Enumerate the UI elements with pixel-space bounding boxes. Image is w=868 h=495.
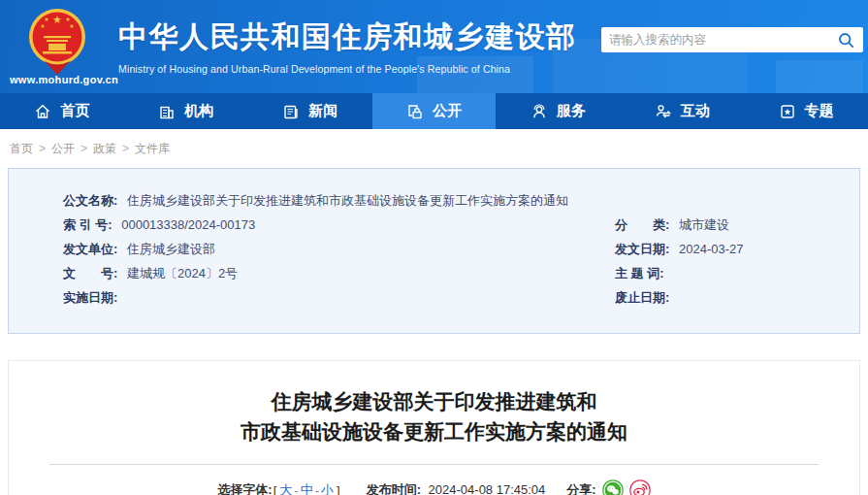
article-title-line1: 住房城乡建设部关于印发推进建筑和 [9,386,859,416]
meta-label: 文 号: [63,266,117,280]
article-panel: 住房城乡建设部关于印发推进建筑和 市政基础设施设备更新工作实施方案的通知 选择字… [8,360,860,495]
header-building-watermark [776,60,863,93]
svg-text:★: ★ [65,16,70,22]
nav-tab-label: 公开 [433,102,462,120]
breadcrumb-separator: > [80,142,87,155]
svg-text:★: ★ [40,23,45,29]
meta-label: 废止日期: [615,290,669,305]
meta-label: 公文名称: [63,193,117,208]
nav-tab-services[interactable]: 服务 [496,93,620,129]
breadcrumb-policy[interactable]: 政策 [93,141,116,157]
font-selector-dash: - [315,483,319,495]
home-icon [34,103,51,120]
meta-implementation-date: 实施日期: [9,285,615,310]
weibo-icon[interactable] [629,479,651,495]
magnifier-icon[interactable] [836,30,855,50]
nav-tab-organization[interactable]: 机构 [124,93,248,129]
meta-value: 2024-03-27 [679,242,744,256]
star-badge-icon [779,103,796,120]
svg-text:★: ★ [44,16,48,22]
breadcrumb-separator: > [39,142,46,155]
national-emblem-logo: ★ ★ ★ ★ ★ [25,7,89,75]
meta-issuing-unit: 发文单位: 住房城乡建设部 [9,237,615,261]
nav-tab-label: 机构 [184,102,213,120]
font-selector-label: 选择字体: [217,481,272,495]
publish-time-block: 发布时间: 2024-04-08 17:45:04 [367,481,546,495]
organization-icon [158,103,176,120]
publish-time-label: 发布时间: [367,482,421,495]
meta-label: 发文日期: [615,242,669,256]
breadcrumb: 首页 > 公开 > 政策 > 文件库 [0,129,868,168]
nav-tab-label: 首页 [60,102,89,120]
meta-category: 分 类: 城市建设 [615,213,859,237]
share-label: 分享: [566,481,595,495]
site-url: www.mohurd.gov.cn [10,74,118,85]
site-title-chinese: 中华人民共和国住房和城乡建设部 [118,17,577,57]
article-meta-bar: 选择字体: [ 大 - 中 - 小 ] 发布时间: 2024-04-08 17:… [9,479,859,495]
meta-value: 住房城乡建设部 [127,242,215,256]
meta-label: 分 类: [615,217,669,232]
document-meta-panel: 公文名称: 住房城乡建设部关于印发推进建筑和市政基础设施设备更新工作实施方案的通… [8,168,860,334]
breadcrumb-disclosure[interactable]: 公开 [51,141,75,157]
interaction-person-arrows-icon [655,103,672,120]
font-size-medium[interactable]: 中 [301,481,313,495]
site-title-english: Ministry of Housing and Urban-Rural Deve… [118,63,577,75]
article-title: 住房城乡建设部关于印发推进建筑和 市政基础设施设备更新工作实施方案的通知 [9,386,859,446]
font-selector-dash: - [294,483,298,495]
breadcrumb-document-library[interactable]: 文件库 [135,141,170,157]
publish-time-value: 2024-04-08 17:45:04 [429,482,546,495]
article-title-line2: 市政基础设施设备更新工作实施方案的通知 [9,416,859,446]
search-box [601,27,863,52]
wechat-icon[interactable] [602,479,624,495]
nav-tab-interaction[interactable]: 互动 [620,93,744,129]
meta-label: 主 题 词: [615,266,664,280]
nav-tab-disclosure[interactable]: 公开 [372,93,497,129]
meta-repeal-date: 废止日期: [615,285,859,310]
font-selector-bracket: ] [337,483,340,495]
nav-tab-label: 互动 [681,102,710,120]
nav-tab-topics[interactable]: 专题 [744,93,868,129]
meta-value: 建城规〔2024〕2号 [127,266,238,280]
meta-label: 索 引 号: [63,217,113,232]
nav-tab-label: 专题 [805,102,834,120]
main-nav: 首页 机构 新闻 公开 服务 [0,93,868,129]
font-selector-bracket: [ [273,483,277,495]
meta-doc-name: 公文名称: 住房城乡建设部关于印发推进建筑和市政基础设施设备更新工作实施方案的通… [9,188,859,213]
meta-doc-number: 文 号: 建城规〔2024〕2号 [9,261,615,285]
font-size-small[interactable]: 小 [321,481,334,495]
meta-issue-date: 发文日期: 2024-03-27 [615,237,859,261]
meta-label: 发文单位: [63,242,117,256]
nav-tab-label: 服务 [557,102,586,120]
font-size-large[interactable]: 大 [279,481,292,495]
meta-value: 城市建设 [679,217,729,232]
share-block: 分享: [566,479,650,495]
search-input[interactable] [609,33,836,47]
service-person-icon [530,103,548,120]
nav-tab-news[interactable]: 新闻 [248,93,372,129]
svg-text:★: ★ [69,23,74,29]
nav-tab-label: 新闻 [308,102,338,120]
svg-text:★: ★ [52,14,62,25]
site-header: ★ ★ ★ ★ ★ www.mohurd.gov.cn 中华人民共和国住房和城乡… [0,0,868,93]
meta-label: 实施日期: [63,290,117,305]
disclosure-lock-icon [406,103,424,120]
title-divider [49,464,819,465]
news-icon [282,103,300,120]
meta-value: 000013338/2024-00173 [121,217,255,232]
nav-tab-home[interactable]: 首页 [0,93,124,129]
meta-index-number: 索 引 号: 000013338/2024-00173 [9,213,615,237]
meta-subject-words: 主 题 词: [615,261,859,285]
breadcrumb-separator: > [122,142,129,155]
meta-value: 住房城乡建设部关于印发推进建筑和市政基础设施设备更新工作实施方案的通知 [127,193,568,208]
breadcrumb-home[interactable]: 首页 [10,141,33,157]
